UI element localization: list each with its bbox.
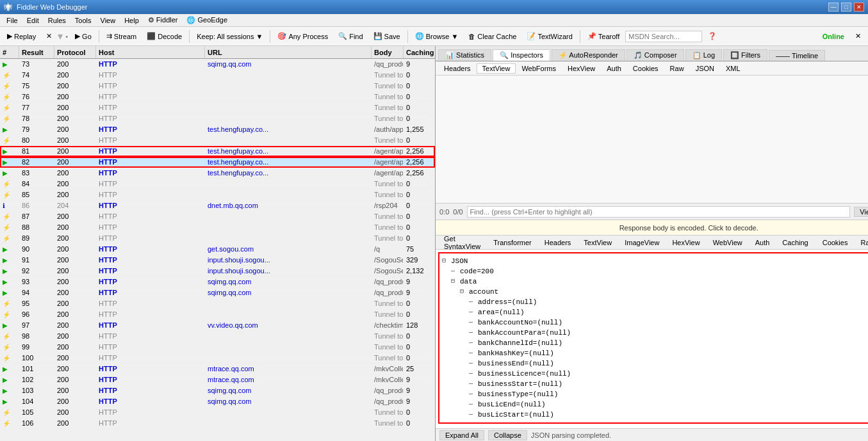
tearoff-button[interactable]: 📌 Tearoff xyxy=(583,30,624,42)
table-row[interactable]: ⚡ 106 200 HTTP Tunnel to i.qtimg.cn:443 … xyxy=(0,418,435,429)
clear-cache-button[interactable]: 🗑 Clear Cache xyxy=(464,31,521,42)
replay-button[interactable]: ▶ Replay xyxy=(3,30,40,42)
sub-tab-xml-top[interactable]: XML xyxy=(720,63,746,74)
table-row[interactable]: ⚡ 105 200 HTTP Tunnel to qappcenterv6.3g… xyxy=(0,407,435,418)
view-in-notepad-button[interactable]: View in Notepad xyxy=(854,207,868,217)
resp-tab-transformer[interactable]: Transformer xyxy=(487,237,537,248)
table-row[interactable]: ▶ 103 200 HTTP sqimg.qq.com /qq_product_… xyxy=(0,385,435,396)
table-row[interactable]: ⚡ 87 200 HTTP Tunnel to tongji.ddoud.io:… xyxy=(0,211,435,222)
close-button[interactable]: ✕ xyxy=(854,3,864,12)
sub-tab-json-top[interactable]: JSON xyxy=(690,63,720,74)
replay-dropdown-icon[interactable]: ▾ xyxy=(58,30,63,42)
menu-geoedge[interactable]: 🌐 GeoEdge xyxy=(183,15,231,25)
resp-sub-raw[interactable]: Raw xyxy=(855,237,868,248)
browse-button[interactable]: 🌐 Browse ▼ xyxy=(411,30,463,42)
any-process-button[interactable]: 🎯 Any Process xyxy=(273,30,332,42)
table-row[interactable]: ⚡ 75 200 HTTP Tunnel to cmshow.gtimg.cn:… xyxy=(0,81,435,92)
menu-file[interactable]: File xyxy=(3,16,22,25)
sub-tab-raw[interactable]: Raw xyxy=(664,63,690,74)
table-row[interactable]: ▶ 101 200 HTTP mtrace.qq.com /mkvCollect… xyxy=(0,364,435,374)
json-toggle-root[interactable]: ⊟ xyxy=(442,256,451,266)
table-row[interactable]: ⚡ 80 200 HTTP Tunnel to beacon.sina.com.… xyxy=(0,135,435,146)
maximize-button[interactable]: □ xyxy=(841,3,851,12)
collapse-button[interactable]: Collapse xyxy=(488,430,527,440)
textwizard-button[interactable]: 📝 TextWizard xyxy=(522,30,577,42)
table-row[interactable]: ▶ 91 200 HTTP input.shouji.sogou... /Sog… xyxy=(0,255,435,266)
table-row[interactable]: ▶ 104 200 HTTP sqimg.qq.com /qq_product_… xyxy=(0,396,435,407)
tab-timeline[interactable]: —— Timeline xyxy=(769,50,825,61)
x-button[interactable]: ✕ xyxy=(42,30,56,42)
table-row[interactable]: ⚡ 78 200 HTTP Tunnel to sdksp.video.qq.c… xyxy=(0,113,435,124)
table-row[interactable]: ▶ 94 200 HTTP sqimg.qq.com /qq_product_o… xyxy=(0,287,435,298)
save-button[interactable]: 💾 Save xyxy=(369,30,405,42)
menu-rules[interactable]: Rules xyxy=(44,16,70,25)
table-row[interactable]: ⚡ 99 200 HTTP Tunnel to cmshow.gtimg.cn:… xyxy=(0,342,435,353)
expand-all-button[interactable]: Expand All xyxy=(439,430,484,440)
table-row[interactable]: ▶ 82 200 HTTP test.hengfupay.co... /agen… xyxy=(0,157,435,168)
menu-tools[interactable]: Tools xyxy=(71,16,95,25)
find-button[interactable]: 🔍 Find xyxy=(334,30,367,42)
menu-edit[interactable]: Edit xyxy=(23,16,43,25)
tab-filters[interactable]: 🔲 Filters xyxy=(723,49,767,61)
resp-tab-textview[interactable]: TextView xyxy=(578,237,618,248)
resp-sub-cookies[interactable]: Cookies xyxy=(817,237,854,248)
minimize-button[interactable]: — xyxy=(828,3,839,12)
table-row[interactable]: ⚡ 85 200 HTTP Tunnel to app.10086.cn:443… xyxy=(0,189,435,200)
json-node-root[interactable]: ⊟ JSON xyxy=(442,256,868,266)
help-icon-button[interactable]: ❓ xyxy=(703,30,721,42)
table-row[interactable]: ▶ 102 200 HTTP mtrace.qq.com /mkvCollect… xyxy=(0,374,435,385)
table-row[interactable]: ℹ 86 204 HTTP dnet.mb.qq.com /rsp204 0 xyxy=(0,200,435,211)
json-node-code[interactable]: — code=200 xyxy=(451,266,868,277)
table-row[interactable]: ▶ 73 200 HTTP sqimg.qq.com /qq_product_o… xyxy=(0,59,435,70)
table-row[interactable]: ▶ 93 200 HTTP sqimg.qq.com /qq_product_o… xyxy=(0,277,435,287)
json-node-account[interactable]: ⊟ account xyxy=(460,287,868,297)
stream-button[interactable]: ⇉ Stream xyxy=(102,30,141,42)
sub-tab-hexview[interactable]: HexView xyxy=(562,63,601,74)
sub-tab-cookies[interactable]: Cookies xyxy=(627,63,664,74)
table-row[interactable]: ▶ 83 200 HTTP test.hengfupay.co... /agen… xyxy=(0,168,435,179)
json-node-data[interactable]: ⊟ data xyxy=(451,277,868,287)
response-encoded-bar[interactable]: Response body is encoded. Click to decod… xyxy=(436,220,868,236)
table-row[interactable]: ⚡ 84 200 HTTP Tunnel to m.msyc.cc:443 0 xyxy=(0,179,435,189)
decode-button[interactable]: ⬛ Decode xyxy=(142,30,186,42)
find-input[interactable] xyxy=(467,206,851,218)
tab-inspectors[interactable]: 🔍 Inspectors xyxy=(493,49,550,61)
table-row[interactable]: ⚡ 100 200 HTTP Tunnel to api.weibo.cn:44… xyxy=(0,353,435,364)
table-row[interactable]: ⚡ 88 200 HTTP Tunnel to pigeon.sina.cn:8… xyxy=(0,222,435,233)
table-row[interactable]: ⚡ 96 200 HTTP Tunnel to commdata.v.qq.co… xyxy=(0,309,435,320)
tab-log[interactable]: 📋 Log xyxy=(685,49,722,61)
go-button[interactable]: ▶ Go xyxy=(70,30,96,42)
resp-tab-auth[interactable]: Auth xyxy=(749,237,776,248)
json-toggle-account[interactable]: ⊟ xyxy=(460,287,469,297)
table-row[interactable]: ⚡ 89 200 HTTP Tunnel to beacon.sina.com.… xyxy=(0,233,435,244)
table-row[interactable]: ▶ 97 200 HTTP vv.video.qq.com /checktime… xyxy=(0,320,435,331)
tab-composer[interactable]: 🎵 Composer xyxy=(626,49,684,61)
resp-tab-imageview[interactable]: ImageView xyxy=(619,237,665,248)
msdn-search-input[interactable] xyxy=(625,31,702,42)
table-row[interactable]: ⚡ 95 200 HTTP Tunnel to sdksp.video.qq.c… xyxy=(0,298,435,309)
json-toggle-data[interactable]: ⊟ xyxy=(451,277,460,287)
resp-tab-hexview[interactable]: HexView xyxy=(666,237,705,248)
sub-tab-headers[interactable]: Headers xyxy=(438,63,477,74)
menu-fiddler[interactable]: ⚙ Fiddler xyxy=(144,15,182,25)
table-row[interactable]: ⚡ 98 200 HTTP Tunnel to commdata.v.qq.co… xyxy=(0,331,435,342)
sub-tab-textview[interactable]: TextView xyxy=(477,63,516,74)
resp-tab-headers[interactable]: Headers xyxy=(539,237,577,248)
resp-tab-caching[interactable]: Caching xyxy=(776,237,814,248)
tab-statistics[interactable]: 📊 Statistics xyxy=(438,49,491,61)
table-row[interactable]: ⚡ 76 200 HTTP Tunnel to commdata.v.qq.co… xyxy=(0,92,435,102)
sub-tab-auth[interactable]: Auth xyxy=(601,63,627,74)
menu-help[interactable]: Help xyxy=(120,16,143,25)
table-row[interactable]: ▶ 90 200 HTTP get.sogou.com /q 75 applic… xyxy=(0,244,435,255)
resp-tab-webview[interactable]: WebView xyxy=(707,237,748,248)
tab-autoresponder[interactable]: ⚡ AutoResponder xyxy=(552,49,625,61)
menu-view[interactable]: View xyxy=(97,16,120,25)
table-row[interactable]: ▶ 79 200 HTTP test.hengfupay.co... /auth… xyxy=(0,124,435,135)
table-row[interactable]: ⚡ 74 200 HTTP Tunnel to beacon.sina.com.… xyxy=(0,70,435,81)
sub-tab-webforms[interactable]: WebForms xyxy=(516,63,562,74)
table-row[interactable]: ▶ 92 200 HTTP input.shouji.sogou... /Sog… xyxy=(0,266,435,277)
close-x-button[interactable]: ✕ xyxy=(851,30,865,42)
table-row[interactable]: ▶ 81 200 HTTP test.hengfupay.co... /agen… xyxy=(0,146,435,157)
table-row[interactable]: ⚡ 77 200 HTTP Tunnel to commdata.v.qq.co… xyxy=(0,102,435,113)
resp-tab-get-syntaxview[interactable]: Get SyntaxView xyxy=(438,234,486,252)
